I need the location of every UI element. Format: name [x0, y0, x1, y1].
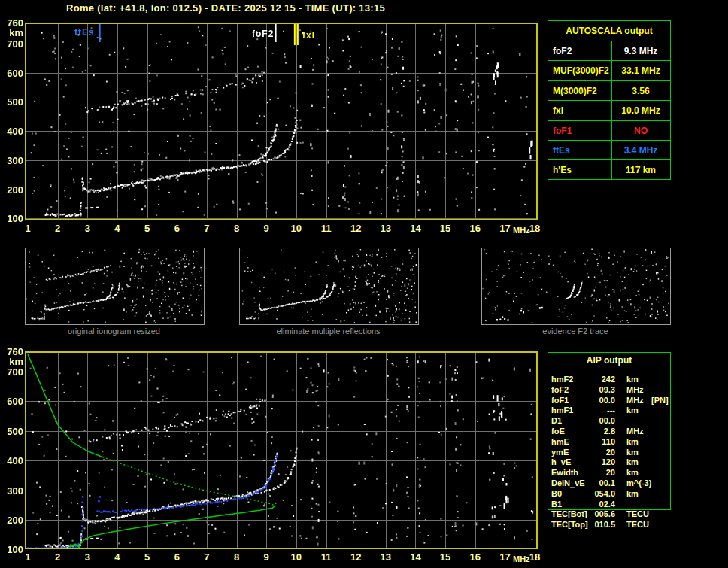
bottom-plot-y-tick-400: 400: [2, 455, 23, 466]
top-ionogram-plot: [25, 23, 538, 220]
aip-row-hme: hmE110km: [551, 436, 670, 447]
aip-row-d1: D100.0: [551, 415, 670, 426]
top-plot-x-tick-14: 14: [407, 223, 423, 234]
top-plot-x-tick-7: 7: [199, 223, 215, 234]
aip-row-tectop: TEC[Top]010.5TECU: [551, 519, 670, 530]
aip-cell-u: km: [626, 447, 639, 457]
top-plot-x-tick-12: 12: [347, 223, 364, 234]
autoscala-row-label: MUF(3000)F2: [553, 61, 609, 80]
aip-cell-u: MHz: [626, 426, 644, 436]
autoscala-row-label: fxI: [553, 101, 563, 120]
aip-row-tecbot: TEC[Bot]005.6TECU: [551, 509, 670, 519]
aip-cell-v: 20: [565, 447, 615, 457]
top-plot-x-tick-2: 2: [50, 223, 66, 234]
aip-cell-l: B1: [551, 499, 562, 509]
aip-cell-v: 010.5: [565, 519, 615, 530]
aip-cell-e: [PN]: [651, 395, 669, 405]
aip-cell-u: MHz: [626, 395, 644, 405]
aip-row-hmf1: hmF1---km: [551, 405, 670, 415]
aip-cell-v: 110: [565, 436, 615, 447]
bottom-plot-x-tick-11: 11: [318, 551, 335, 563]
aip-cell-u: km: [626, 457, 639, 467]
top-plot-x-tick-10: 10: [288, 223, 305, 234]
aip-cell-u: TECU: [626, 519, 649, 530]
aip-cell-u: MHz: [626, 384, 644, 395]
autoscala-row-label: M(3000)F2: [553, 81, 597, 101]
bottom-plot-x-tick-16: 16: [467, 551, 484, 563]
top-plot-y-tick-600: 600: [2, 68, 23, 79]
panel-caption-original: original ionogram resized: [25, 327, 203, 336]
autoscala-row-muf3000f2: MUF(3000)F233.1 MHz: [548, 60, 670, 80]
aip-table-title: AIP output: [548, 355, 671, 366]
autoscala-row-value: 9.3 MHz: [611, 41, 670, 61]
aip-cell-v: 005.6: [565, 509, 615, 519]
autoscala-window: Rome (lat: +41.8, lon: 012.5) - DATE: 20…: [0, 0, 728, 568]
top-plot-x-tick-17: 17: [496, 223, 513, 234]
top-plot-y-tick-200: 200: [2, 184, 23, 196]
aip-cell-u: m^(-3): [626, 478, 651, 488]
aip-cell-u: km: [626, 488, 639, 499]
aip-cell-u: km: [626, 374, 639, 384]
aip-cell-v: 09.3: [565, 384, 615, 395]
bottom-plot-x-tick-5: 5: [139, 551, 156, 563]
panel-original-ionogram-canvas: [26, 248, 202, 323]
aip-row-delnve: DelN_vE00.1m^(-3): [551, 478, 670, 488]
aip-cell-v: 00.1: [565, 478, 615, 488]
panel-evidence-f2: [481, 248, 671, 325]
autoscala-row-value: 117 km: [611, 160, 670, 180]
autoscala-row-value: 3.4 MHz: [611, 141, 670, 160]
aip-cell-l: B0: [551, 488, 562, 499]
top-plot-x-tick-5: 5: [139, 223, 156, 234]
bottom-plot-x-tick-10: 10: [288, 551, 305, 563]
autoscala-row-fxi: fxI10.0 MHz: [548, 100, 670, 120]
panel-eliminate-reflections: [239, 248, 419, 325]
aip-row-foe: foE2.8MHz: [551, 426, 670, 436]
autoscala-output-table: AUTOSCALA output foF29.3 MHzMUF(3000)F23…: [548, 20, 671, 180]
bottom-plot-y-unit-label: km: [2, 356, 23, 367]
top-plot-x-tick-1: 1: [20, 223, 36, 234]
aip-row-b1: B102.4: [551, 499, 670, 509]
bottom-plot-x-tick-17: 17: [496, 551, 513, 563]
top-plot-y-tick-400: 400: [2, 126, 23, 137]
bottom-ionogram-plot: [25, 351, 538, 549]
aip-row-b0: B0054.0km: [551, 488, 670, 499]
bottom-plot-x-tick-15: 15: [437, 551, 453, 563]
marker-label-fxi: fxI: [302, 30, 315, 41]
autoscala-row-label: foF2: [553, 41, 572, 61]
top-plot-x-tick-6: 6: [168, 223, 185, 234]
top-plot-x-tick-13: 13: [378, 223, 394, 234]
bottom-plot-x-tick-2: 2: [50, 551, 66, 563]
top-plot-x-tick-15: 15: [437, 223, 453, 234]
bottom-plot-x-tick-14: 14: [407, 551, 423, 563]
bottom-plot-x-unit-label: MHz: [513, 554, 530, 563]
aip-cell-u: TECU: [626, 509, 649, 519]
bottom-plot-x-tick-12: 12: [347, 551, 364, 563]
bottom-ionogram-canvas: [26, 353, 536, 548]
bottom-plot-x-tick-3: 3: [79, 551, 96, 563]
panel-original-ionogram: [25, 248, 205, 325]
aip-cell-v: 054.0: [565, 488, 615, 499]
aip-cell-v: 20: [565, 467, 615, 478]
autoscala-row-label: foF1: [553, 121, 572, 141]
aip-row-ewidth: Ewidth20km: [551, 467, 670, 478]
panel-eliminate-reflections-canvas: [240, 248, 417, 323]
aip-cell-v: 00.0: [565, 415, 615, 426]
panel-caption-eliminate: eliminate multiple reflections: [239, 327, 417, 336]
top-plot-x-unit-label: MHz: [513, 226, 530, 235]
aip-cell-v: 2.8: [565, 426, 615, 436]
autoscala-row-label: ftEs: [553, 141, 570, 160]
window-title: Rome (lat: +41.8, lon: 012.5) - DATE: 20…: [66, 2, 385, 14]
aip-cell-v: 242: [565, 374, 615, 384]
aip-header-divider: [548, 372, 671, 372]
autoscala-row-fof1: foF1NO: [548, 120, 670, 141]
aip-row-hve: h_vE120km: [551, 457, 670, 467]
top-plot-y-tick-300: 300: [2, 155, 23, 166]
bottom-plot-y-tick-700: 700: [2, 366, 23, 378]
aip-row-yme: ymE20km: [551, 447, 670, 457]
autoscala-row-value: NO: [611, 121, 670, 141]
aip-cell-v: 120: [565, 457, 615, 467]
bottom-plot-x-tick-13: 13: [378, 551, 394, 563]
top-plot-x-tick-3: 3: [79, 223, 96, 234]
autoscala-row-value: 10.0 MHz: [611, 101, 670, 120]
aip-cell-v: 02.4: [565, 499, 615, 509]
